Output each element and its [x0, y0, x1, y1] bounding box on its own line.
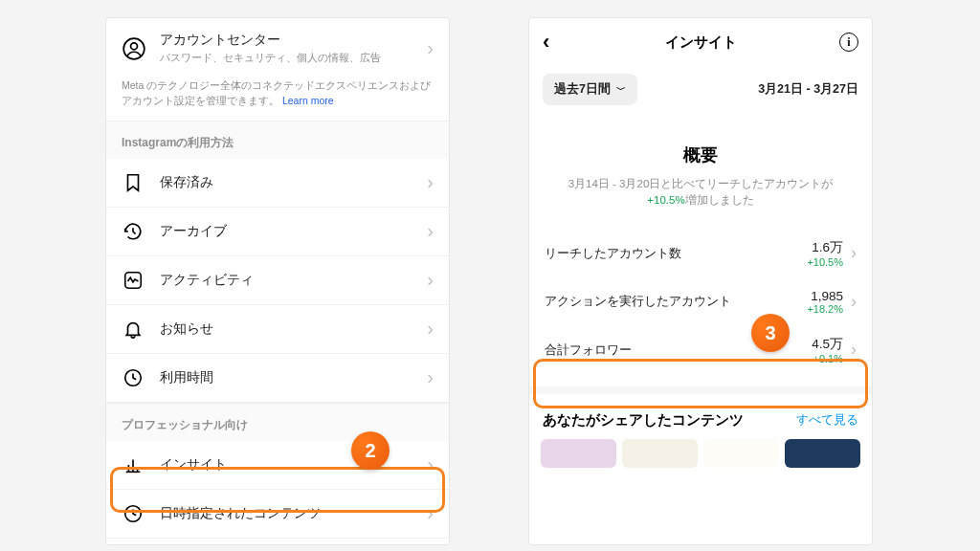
content-card[interactable] — [785, 439, 860, 468]
section-header-usage: Instagramの利用方法 — [106, 121, 449, 159]
chevron-right-icon: › — [427, 366, 434, 388]
step-badge-3: 3 — [751, 314, 790, 352]
date-period-selector[interactable]: 過去7日間 ﹀ — [543, 74, 637, 105]
stat-total-followers[interactable]: 合計フォロワー 4.5万 +0.1% › — [529, 325, 872, 375]
step-badge-2: 2 — [351, 431, 390, 470]
info-icon[interactable]: i — [839, 33, 858, 52]
meta-note: Meta のテクノロジー全体のコネクテッドエクスペリエンスおよびアカウント設定を… — [106, 73, 449, 121]
chevron-right-icon: › — [427, 220, 434, 242]
chevron-right-icon: › — [427, 502, 434, 524]
menu-scheduled[interactable]: 日時指定されたコンテンツ › — [106, 490, 449, 539]
insights-icon — [122, 453, 145, 476]
chevron-right-icon: › — [427, 37, 434, 59]
see-all-link[interactable]: すべて見る — [796, 411, 858, 429]
settings-screen: アカウントセンター パスワード、セキュリティ、個人の情報、広告 › Meta の… — [105, 17, 450, 545]
back-icon[interactable]: ‹ — [543, 30, 566, 55]
chevron-right-icon: › — [851, 243, 857, 263]
stat-engaged-accounts[interactable]: アクションを実行したアカウント 1,985 +18.2% › — [529, 278, 872, 325]
menu-archive[interactable]: アーカイブ › — [106, 208, 449, 256]
archive-icon — [122, 220, 145, 243]
menu-saved[interactable]: 保存済み › — [106, 159, 449, 208]
account-center-row[interactable]: アカウントセンター パスワード、セキュリティ、個人の情報、広告 › — [106, 18, 449, 73]
chevron-right-icon: › — [427, 269, 434, 291]
content-card[interactable] — [622, 439, 698, 468]
menu-insights[interactable]: インサイト › — [106, 441, 449, 490]
menu-activity[interactable]: アクティビティ › — [106, 256, 449, 305]
stat-reached-accounts[interactable]: リーチしたアカウント数 1.6万 +10.5% › — [529, 229, 872, 278]
overview-heading: 概要 — [529, 121, 872, 176]
chevron-right-icon: › — [427, 318, 434, 340]
chevron-down-icon: ﹀ — [616, 83, 626, 97]
account-center-icon — [122, 36, 146, 61]
activity-icon — [122, 269, 145, 292]
date-filter-bar: 過去7日間 ﹀ 3月21日 - 3月27日 — [529, 66, 872, 121]
shared-content-cards — [529, 439, 872, 468]
insights-header: ‹ インサイト i — [529, 18, 872, 66]
menu-time[interactable]: 利用時間 › — [106, 354, 449, 403]
chevron-right-icon: › — [427, 171, 434, 193]
section-header-professional: プロフェッショナル向け — [106, 403, 449, 441]
account-center-title: アカウントセンター — [160, 32, 427, 49]
chevron-right-icon: › — [851, 292, 857, 312]
section-divider — [529, 386, 872, 394]
overview-subtext: 3月14日 - 3月20日と比べてリーチしたアカウントが +10.5%増加しまし… — [529, 176, 872, 229]
account-center-subtitle: パスワード、セキュリティ、個人の情報、広告 — [160, 51, 427, 65]
svg-point-1 — [131, 42, 138, 49]
shared-content-title: あなたがシェアしたコンテンツ — [543, 411, 796, 430]
clock-icon — [122, 366, 145, 389]
chevron-right-icon: › — [427, 453, 434, 475]
date-range-label: 3月21日 - 3月27日 — [758, 81, 858, 98]
insights-title: インサイト — [566, 33, 835, 52]
scheduled-icon — [122, 502, 145, 525]
learn-more-link[interactable]: Learn more — [282, 95, 334, 106]
shared-content-header: あなたがシェアしたコンテンツ すべて見る — [529, 394, 872, 439]
bookmark-icon — [122, 171, 145, 194]
chevron-right-icon: › — [851, 340, 857, 360]
content-card[interactable] — [541, 439, 616, 468]
insights-screen: ‹ インサイト i 過去7日間 ﹀ 3月21日 - 3月27日 概要 3月14日… — [528, 17, 873, 545]
content-card[interactable] — [703, 439, 779, 468]
bell-icon — [122, 318, 145, 341]
menu-notifications[interactable]: お知らせ › — [106, 305, 449, 354]
